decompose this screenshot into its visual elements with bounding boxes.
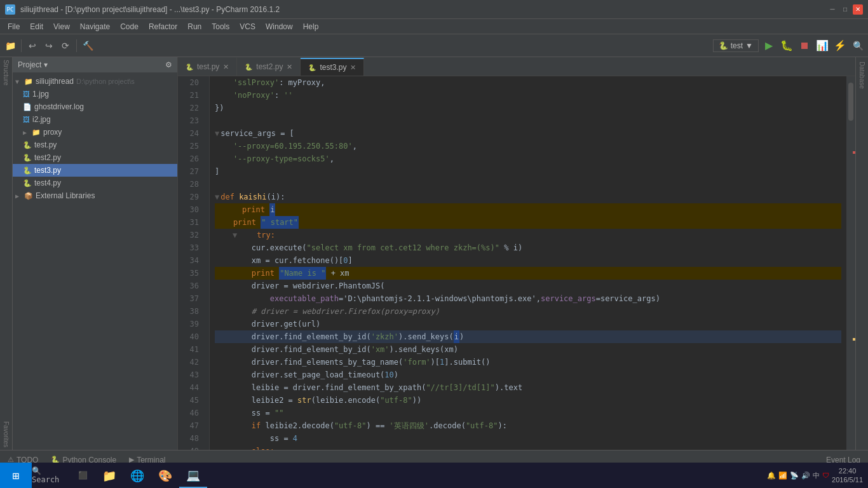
gutter-44: 44 [178, 381, 204, 394]
gutter-38: 38 [178, 305, 204, 318]
tray-icon-1[interactable]: 🔔 [767, 471, 776, 480]
fold-marker-32[interactable]: ▼ [233, 229, 237, 241]
taskbar-pycharm[interactable]: 💻 [179, 463, 207, 488]
gutter-30: 30 [178, 203, 204, 216]
maximize-button[interactable]: □ [840, 4, 850, 15]
taskbar-app-4[interactable]: 🎨 [151, 463, 179, 488]
minimize-button[interactable]: ─ [827, 4, 837, 15]
gutter-41: 41 [178, 343, 204, 356]
code-content[interactable]: 'sslProxy': myProxy, 'noProxy': '' }) ▼s… [210, 76, 846, 450]
project-settings-icon[interactable]: ⚙ [165, 60, 172, 69]
scrollbar-thumb[interactable] [848, 83, 853, 121]
side-panel-database[interactable]: Database [857, 62, 868, 88]
tab-test3py[interactable]: 🐍 test3.py ✕ [301, 58, 364, 76]
code-line-33: cur.execute("select xm from cet.cet12 wh… [215, 241, 841, 254]
tree-item-root[interactable]: ▼ 📁 siliujithread D:\python project\s [13, 75, 177, 88]
project-header-arrow: ▾ [44, 60, 48, 69]
code-line-27: ] [215, 165, 841, 178]
toolbar-btn-5[interactable]: 🔨 [80, 38, 95, 53]
tree-item-testpy[interactable]: 🐍 test.py [13, 139, 177, 151]
menu-vcs[interactable]: VCS [234, 19, 261, 34]
tree-item-test3py[interactable]: 🐍 test3.py [13, 164, 177, 177]
menu-code[interactable]: Code [115, 19, 144, 34]
file-icon-test4py: 🐍 [23, 179, 32, 187]
tab-test3py-close[interactable]: ✕ [350, 64, 356, 72]
gutter-42: 42 [178, 356, 204, 369]
tray-icon-volume[interactable]: 🔊 [801, 471, 810, 480]
tab-test2py[interactable]: 🐍 test2.py ✕ [237, 58, 301, 76]
start-button[interactable]: ⊞ [0, 463, 32, 488]
toolbar-btn-3[interactable]: ↪ [41, 38, 57, 53]
gutter-32: 32 [178, 229, 204, 241]
vertical-scrollbar[interactable] [846, 76, 855, 450]
tree-item-ghostdriver[interactable]: 📄 ghostdriver.log [13, 100, 177, 113]
toolbar-btn-4[interactable]: ⟳ [58, 38, 73, 53]
tree-item-test2py[interactable]: 🐍 test2.py [13, 151, 177, 164]
code-line-36: driver = webdriver.PhantomJS( [215, 280, 841, 292]
code-line-21: 'noProxy': '' [215, 89, 841, 102]
tab-test2py-close[interactable]: ✕ [287, 63, 292, 71]
tray-icon-wifi[interactable]: 📡 [790, 471, 799, 480]
taskbar-task-view[interactable]: ⬛ [70, 463, 95, 488]
run-coverage-button[interactable]: 📊 [815, 38, 830, 53]
menu-edit[interactable]: Edit [25, 19, 48, 34]
run-profile-button[interactable]: ⚡ [832, 38, 848, 53]
fold-marker-24[interactable]: ▼ [215, 127, 219, 140]
menu-file[interactable]: File [3, 19, 25, 34]
main-area: Structure Favorites Project ▾ ⚙ ▼ 📁 sili… [0, 57, 868, 450]
line-number-gutter: 20 21 22 23 24 25 26 27 28 29 30 31 32 3… [178, 76, 210, 450]
run-config-selector[interactable]: 🐍 test ▼ [713, 39, 759, 52]
tree-item-i2jpg[interactable]: 🖼 i2.jpg [13, 113, 177, 126]
run-play-button[interactable]: ▶ [761, 38, 776, 53]
taskbar-file-explorer[interactable]: 📁 [95, 463, 123, 488]
side-panel-structure[interactable]: Structure [1, 60, 12, 85]
toolbar-btn-1[interactable]: 📁 [3, 38, 18, 53]
tab-testpy[interactable]: 🐍 test.py ✕ [178, 58, 237, 76]
tree-root-path: D:\python project\s [76, 78, 135, 85]
file-icon-test2py: 🐍 [23, 154, 32, 162]
toolbar-btn-2[interactable]: ↩ [25, 38, 40, 53]
tree-item-test4py[interactable]: 🐍 test4.py [13, 177, 177, 189]
gutter-46: 46 [178, 407, 204, 419]
title-bar-left: PC siliujithread - [D:\python project\si… [5, 4, 280, 15]
menu-run[interactable]: Run [182, 19, 207, 34]
tree-item-1jpg[interactable]: 🖼 1.jpg [13, 88, 177, 100]
file-icon-ghostdriver: 📄 [23, 103, 32, 111]
code-line-43: driver.set_page_load_timeout(10) [215, 369, 841, 381]
menu-refactor[interactable]: Refactor [144, 19, 182, 34]
fold-marker-29[interactable]: ▼ [215, 191, 219, 203]
clock-date: 2016/5/11 [832, 475, 863, 484]
menu-window[interactable]: Window [261, 19, 298, 34]
tray-antivirus[interactable]: 🛡 [822, 471, 829, 479]
close-button[interactable]: ✕ [853, 4, 863, 15]
menu-help[interactable]: Help [298, 19, 324, 34]
tray-lang[interactable]: 中 [813, 471, 820, 480]
code-line-35: print "Name is " + xm [215, 267, 841, 280]
run-debug-button[interactable]: 🐛 [779, 38, 794, 53]
windows-icon: ⊞ [13, 469, 20, 482]
right-side-panel: Database [855, 57, 868, 450]
tree-label-testpy: test.py [34, 140, 57, 149]
gutter-34: 34 [178, 254, 204, 267]
code-line-20: 'sslProxy': myProxy, [215, 76, 841, 89]
tree-item-external-libs[interactable]: ▶ 📦 External Libraries [13, 189, 177, 202]
run-stop-button[interactable]: ⏹ [797, 38, 812, 53]
menu-tools[interactable]: Tools [207, 19, 234, 34]
side-panel-favorites[interactable]: Favorites [1, 422, 12, 447]
title-bar: PC siliujithread - [D:\python project\si… [0, 0, 868, 19]
folder-icon-proxy: 📁 [32, 128, 41, 137]
code-line-25: '--proxy=60.195.250.55:80', [215, 140, 841, 152]
toolbar-search-everywhere[interactable]: 🔍 [850, 38, 865, 53]
tray-icon-2[interactable]: 📶 [778, 471, 787, 480]
menu-navigate[interactable]: Navigate [75, 19, 115, 34]
project-panel-header[interactable]: Project ▾ ⚙ [13, 57, 177, 72]
tree-item-proxy[interactable]: ▶ 📁 proxy [13, 126, 177, 139]
tab-testpy-close[interactable]: ✕ [223, 63, 229, 71]
system-clock[interactable]: 22:40 2016/5/11 [832, 466, 863, 485]
taskbar-edge[interactable]: 🌐 [123, 463, 151, 488]
code-line-31: print " start" [215, 216, 841, 229]
menu-view[interactable]: View [48, 19, 75, 34]
taskbar-search[interactable]: 🔍 Search [32, 463, 70, 488]
code-editor[interactable]: 20 21 22 23 24 25 26 27 28 29 30 31 32 3… [178, 76, 855, 450]
code-line-37: executable_path='D:\phantomjs-2.1.1-wind… [215, 292, 841, 305]
